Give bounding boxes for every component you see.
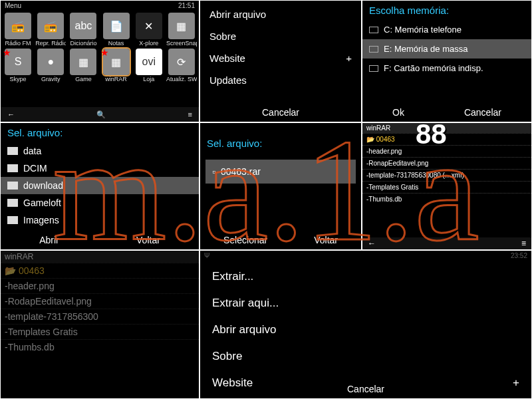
card-memory-icon: [369, 65, 378, 72]
folder-download[interactable]: download: [1, 177, 199, 194]
screenshot-winrar-dimmed: winRAR 📂 00463 -header.png -RodapEeditav…: [0, 250, 200, 399]
menu-open-file[interactable]: Abrir arquivo: [200, 317, 531, 343]
dialog-title: Escolha memória:: [362, 1, 531, 20]
menu-about[interactable]: Sobre: [200, 25, 361, 47]
app-game[interactable]: ▦Game: [68, 49, 98, 82]
menu-website[interactable]: Website+: [200, 47, 361, 69]
back-button[interactable]: Voltar: [314, 235, 338, 245]
window-title: winRAR: [362, 123, 531, 133]
screenshot-context-menu: Abrir arquivo Sobre Website+ Updates Can…: [200, 0, 362, 122]
menu-open-file[interactable]: Abrir arquivo: [200, 3, 361, 25]
menu-extract[interactable]: Extrair...: [200, 263, 531, 290]
back-button[interactable]: ←: [368, 239, 376, 248]
archive-file: -Templates Gratis: [1, 324, 199, 339]
screenshot-extract-menu: Ψ 23:52 Extrair... Extrair aqui... Abrir…: [200, 250, 532, 399]
archive-file: -RodapEeditavel.png: [1, 293, 199, 309]
plus-icon: +: [346, 53, 352, 64]
app-dictionary[interactable]: abcDicionário: [68, 13, 98, 47]
softkeys: Cancelar: [200, 380, 531, 398]
window-title: winRAR: [1, 251, 199, 263]
status-bar: Menu 21:51: [1, 1, 199, 11]
folder-dcim[interactable]: DCIM: [1, 160, 199, 177]
ok-button[interactable]: Ok: [392, 107, 404, 118]
folder-icon: [7, 147, 18, 155]
clock: 23:52: [511, 252, 527, 259]
folder-icon: [7, 199, 18, 207]
folder-data[interactable]: data: [1, 142, 199, 160]
screenshot-memory-chooser: Escolha memória: C: Memória telefone E: …: [362, 0, 532, 122]
options-button[interactable]: ≡: [521, 239, 526, 248]
softkeys: Cancelar: [200, 103, 361, 122]
app-screensnap[interactable]: ▦ScreenSnap: [166, 13, 197, 47]
file-rar[interactable]: ▫ 00463.rar: [205, 160, 356, 184]
back-button[interactable]: Voltar: [136, 235, 160, 245]
folder-gameloft[interactable]: Gameloft: [1, 194, 199, 211]
folder-icon: [7, 182, 18, 190]
archive-file: -header.png: [1, 278, 199, 293]
menu-about[interactable]: Sobre: [200, 343, 531, 370]
softkeys: Abrir Voltar: [1, 231, 199, 249]
softkeys: Ok Cancelar: [362, 103, 531, 122]
extract-menu: Extrair... Extrair aqui... Abrir arquivo…: [200, 261, 531, 399]
status-bar: Ψ 23:52: [200, 251, 531, 261]
bottom-bar: ← 🔍 ≡: [1, 107, 199, 122]
app-radio-fm[interactable]: 📻Rádio FM: [3, 13, 33, 47]
memory-f[interactable]: F: Cartão memória indisp.: [362, 59, 531, 78]
cancel-button[interactable]: Cancelar: [347, 384, 384, 394]
archive-file[interactable]: -Templates Gratis: [362, 181, 531, 193]
phone-memory-icon: [369, 27, 378, 33]
dialog-title: Sel. arquivo:: [1, 123, 199, 142]
archive-folder[interactable]: 📂 00463: [362, 133, 531, 145]
star-icon: ★: [3, 47, 11, 58]
options-button[interactable]: ≡: [188, 110, 192, 118]
gravity-icon: ●: [37, 49, 64, 75]
softkeys: Selecionar Voltar: [200, 231, 361, 249]
radio-icon: 📻: [5, 13, 31, 39]
archive-file[interactable]: -header.png: [362, 145, 531, 157]
ovi-icon: ovi: [136, 49, 162, 75]
screenshot-select-file: Sel. arquivo: ▫ 00463.rar Selecionar Vol…: [200, 122, 362, 250]
folder-images[interactable]: Imagens: [1, 211, 199, 229]
notes-icon: 📄: [103, 13, 130, 39]
xplore-icon: ✕: [136, 13, 162, 39]
grid-icon: ▦: [70, 49, 96, 75]
mass-memory-icon: [369, 46, 378, 53]
clock: 21:51: [178, 2, 195, 9]
folder-icon: [7, 164, 18, 172]
cancel-button[interactable]: Cancelar: [262, 107, 299, 118]
dialog-title: Sel. arquivo:: [200, 134, 361, 153]
screenshot-app-grid: Menu 21:51 📻Rádio FM 📻Repr. Rádio abcDic…: [0, 0, 200, 122]
app-repr-radio[interactable]: 📻Repr. Rádio: [35, 13, 66, 47]
app-xplore[interactable]: ✕X-plore: [134, 13, 164, 47]
cancel-button[interactable]: Cancelar: [464, 107, 501, 118]
folder-icon: [7, 216, 18, 224]
archive-file[interactable]: -Thumbs.db: [362, 193, 531, 205]
app-store[interactable]: oviLoja: [134, 49, 164, 82]
app-grid: 📻Rádio FM 📻Repr. Rádio abcDicionário 📄No…: [1, 11, 199, 84]
search-button[interactable]: 🔍: [96, 110, 106, 119]
archive-file: -Thumbs.db: [1, 339, 199, 354]
memory-e[interactable]: E: Memória de massa: [362, 39, 531, 59]
app-skype[interactable]: ★SSkype: [3, 49, 33, 82]
app-notes[interactable]: 📄Notas: [101, 13, 132, 47]
screenshot-winrar-contents: winRAR 📂 00463 -header.png -RonapEeditav…: [362, 122, 532, 250]
archive-folder: 📂 00463: [1, 263, 199, 278]
file-list: data DCIM download Gameloft Imagens: [1, 142, 199, 229]
menu-extract-here[interactable]: Extrair aqui...: [200, 290, 531, 317]
archive-file[interactable]: -RonapEeditavel.png: [362, 157, 531, 169]
open-button[interactable]: Abrir: [39, 235, 59, 245]
memory-c[interactable]: C: Memória telefone: [362, 20, 531, 39]
select-button[interactable]: Selecionar: [223, 235, 267, 245]
app-sw-update[interactable]: ⟳Atualiz. SW: [166, 49, 197, 82]
menu-label: Menu: [5, 2, 21, 9]
screenshot-file-browser: Sel. arquivo: data DCIM download Gamelof…: [0, 122, 200, 250]
menu-updates[interactable]: Updates: [200, 69, 361, 91]
update-icon: ⟳: [168, 49, 195, 75]
signal-icon: Ψ: [204, 252, 209, 259]
back-button[interactable]: ←: [7, 110, 15, 118]
book-icon: abc: [70, 13, 96, 39]
app-gravity[interactable]: ●Gravity: [35, 49, 66, 82]
archive-file[interactable]: -template-731785630080 (…xml): [362, 169, 531, 181]
archive-icon: ▫: [212, 166, 215, 177]
app-winrar[interactable]: ★▦winRAR: [101, 49, 132, 82]
